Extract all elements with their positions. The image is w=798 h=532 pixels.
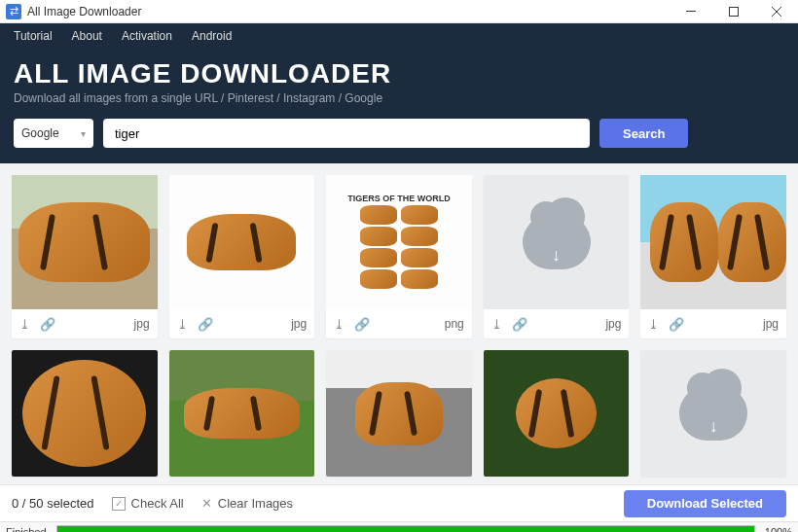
results-grid: ⤓ 🔗 jpg ⤓ 🔗 jpg TIGERS OF THE WORLD [12,175,786,477]
chevron-down-icon: ▾ [81,128,86,139]
download-icon[interactable]: ⤓ [648,317,659,332]
window-title: All Image Downloader [27,5,141,18]
minimize-button[interactable] [670,0,712,23]
tigers-world-title: TIGERS OF THE WORLD [345,192,453,293]
progress-bar [56,525,755,533]
image-card[interactable]: TIGERS OF THE WORLD ⤓ 🔗 png [326,175,472,338]
link-icon[interactable]: 🔗 [40,317,55,332]
progress-fill [57,526,754,533]
download-icon[interactable]: ⤓ [19,317,30,332]
image-card[interactable]: ⤓ 🔗 jpg [169,175,315,338]
image-card[interactable] [12,350,158,477]
link-icon[interactable]: 🔗 [198,317,213,332]
image-card[interactable]: ⤓ 🔗 jpg [640,175,786,338]
source-select[interactable]: Google ▾ [14,119,93,148]
svg-rect-0 [686,11,696,12]
image-card[interactable] [484,350,630,477]
image-card[interactable] [326,350,472,477]
app-icon: ⇄ [6,4,21,19]
image-card[interactable]: ↓ [640,350,786,477]
file-ext: jpg [291,317,307,331]
cloud-download-icon: ↓ [679,386,747,441]
link-icon[interactable]: 🔗 [669,317,684,332]
link-icon[interactable]: 🔗 [512,317,527,332]
thumbnail [484,350,630,477]
status-bar: Finished 100% [0,521,798,532]
menu-tutorial[interactable]: Tutorial [4,24,62,48]
thumbnail: ↓ [640,350,786,477]
maximize-icon [729,7,739,17]
search-button[interactable]: Search [599,119,688,148]
selection-count: 0 / 50 selected [12,496,94,511]
thumbnail [640,175,786,309]
thumbnail [12,175,158,309]
search-row: Google ▾ Search [14,119,784,148]
image-card[interactable] [169,350,315,477]
app-subtitle: Download all images from a single URL / … [14,91,784,105]
results-panel[interactable]: ⤓ 🔗 jpg ⤓ 🔗 jpg TIGERS OF THE WORLD [0,163,798,484]
thumbnail [326,350,472,477]
checkbox-icon [112,497,126,511]
menu-bar: Tutorial About Activation Android [0,23,798,49]
close-icon [772,7,781,17]
image-card[interactable]: ⤓ 🔗 jpg [12,175,158,338]
search-input[interactable] [103,119,590,148]
thumbnail: TIGERS OF THE WORLD [326,175,472,309]
file-ext: png [445,317,464,331]
check-all-button[interactable]: Check All [112,496,184,511]
header: ALL IMAGE DOWNLOADER Download all images… [0,49,798,163]
minimize-icon [686,11,696,12]
file-ext: jpg [134,317,150,331]
image-card[interactable]: ↓ ⤓ 🔗 jpg [484,175,630,338]
clear-images-button[interactable]: ✕ Clear Images [201,496,293,511]
window-titlebar: ⇄ All Image Downloader [0,0,798,23]
cloud-download-icon: ↓ [523,215,591,269]
status-text: Finished [0,526,53,533]
download-icon[interactable]: ⤓ [177,317,188,332]
download-icon[interactable]: ⤓ [491,317,502,332]
download-icon[interactable]: ⤓ [334,317,345,332]
download-selected-button[interactable]: Download Selected [624,490,786,517]
file-ext: jpg [605,317,621,331]
source-select-value: Google [21,126,59,140]
x-icon: ✕ [201,496,212,511]
thumbnail: ↓ [484,175,630,309]
svg-rect-1 [730,7,739,16]
link-icon[interactable]: 🔗 [354,317,370,332]
clear-label: Clear Images [218,496,293,511]
close-button[interactable] [755,0,798,23]
menu-activation[interactable]: Activation [112,24,182,48]
file-ext: jpg [763,317,779,331]
progress-percent: 100% [759,526,798,533]
check-all-label: Check All [131,496,184,511]
menu-android[interactable]: Android [182,24,241,48]
thumbnail [169,175,315,309]
app-title: ALL IMAGE DOWNLOADER [14,58,784,89]
menu-about[interactable]: About [62,24,112,48]
thumbnail [169,350,315,477]
selection-bar: 0 / 50 selected Check All ✕ Clear Images… [0,484,798,521]
thumbnail [12,350,158,477]
maximize-button[interactable] [712,0,755,23]
